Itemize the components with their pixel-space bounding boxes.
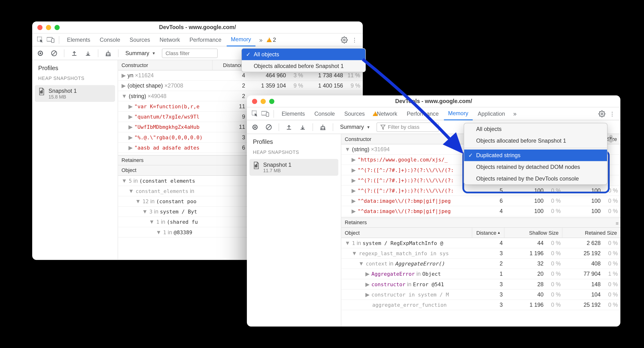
close-window-icon[interactable] [38,25,43,30]
col-constructor[interactable]: Constructor [118,60,212,70]
warning-triangle-icon [266,38,272,42]
dropdown-item-all-objects[interactable]: All objects [464,123,607,135]
table-row[interactable]: ▶constructor in system / M3400 %1040 % [341,289,620,300]
svg-rect-8 [40,91,41,93]
tab-elements[interactable]: Elements [278,107,309,120]
titlebar: DevTools - www.google.com/ [247,95,620,107]
upload-icon[interactable] [284,122,294,132]
heap-snapshots-label: HEAP SNAPSHOTS [32,75,118,85]
clear-icon[interactable] [264,122,274,132]
chevron-down-icon: ▼ [366,125,370,129]
view-select-label: Summary [125,50,149,56]
zoom-window-icon[interactable] [54,25,60,30]
window-title: DevTools - www.google.com/ [32,24,363,31]
dropdown-item-before-snapshot[interactable]: Objects allocated before Snapshot 1 [242,60,366,72]
snapshot-item[interactable]: Snapshot 1 15.8 MB [35,85,115,102]
snapshot-file-icon [38,88,45,97]
dropdown-item-detached-dom[interactable]: Objects retained by detached DOM nodes [464,161,607,173]
tab-network[interactable]: Network [370,107,402,120]
dropdown-item-console-retained[interactable]: Objects retained by the DevTools console [464,173,607,184]
download-icon[interactable] [83,49,93,58]
kebab-menu-icon[interactable]: ⋮ [350,35,360,45]
view-select[interactable]: Summary ▼ [338,123,372,131]
tab-memory[interactable]: Memory [227,33,256,46]
kebab-menu-icon[interactable]: ⋮ [608,109,617,119]
titlebar: DevTools - www.google.com/ [32,22,363,33]
panel-tabs: Elements Console Sources Network Perform… [32,34,363,47]
view-select[interactable]: Summary ▼ [124,49,157,57]
svg-point-3 [344,39,345,41]
devtools-window-right: DevTools - www.google.com/ Elements Cons… [247,95,620,326]
table-row[interactable]: ▶"^data:image\\/(?:bmp|gif|jpeg61000 %10… [341,196,620,206]
svg-rect-19 [256,164,257,167]
settings-gear-icon[interactable] [597,109,607,119]
snapshot-item[interactable]: Snapshot 1 11.7 MB [250,159,338,176]
warnings-badge[interactable]: 2 [266,37,276,43]
profiles-heading: Profiles [247,138,341,149]
table-row[interactable]: ▶AggregateError in Object1200 %77 9041 % [341,269,620,279]
clear-icon[interactable] [49,49,59,58]
dropdown-item-all-objects[interactable]: All objects [242,49,366,60]
more-tabs-icon[interactable]: » [510,109,520,119]
panel-menu-icon[interactable]: ≡ [616,220,619,226]
inspect-icon[interactable] [36,35,45,45]
tab-network[interactable]: Network [155,33,184,46]
minimize-window-icon[interactable] [260,99,266,104]
table-row[interactable]: aggregate_error_function31 1960 %25 1920… [341,300,620,310]
table-row[interactable]: ▶(object shape) ×2700821 359 1049 %1 400… [118,81,363,91]
tab-performance[interactable]: Performance [185,33,226,46]
class-filter-input[interactable]: Filter by class [376,122,438,132]
table-row[interactable]: ▶constructor in Error @5413280 %1480 % [341,279,620,289]
snapshot-size: 11.7 MB [263,168,291,173]
svg-point-15 [254,126,256,128]
close-window-icon[interactable] [252,99,257,104]
device-toggle-icon[interactable] [260,109,270,119]
window-title: DevTools - www.google.com/ [247,98,620,105]
dropdown-item-duplicated-strings[interactable]: Duplicated strings [464,150,607,161]
download-icon[interactable] [298,122,308,132]
settings-gear-icon[interactable] [340,35,349,45]
filter-dropdown[interactable]: All objects Objects allocated before Sna… [464,123,607,185]
table-row[interactable]: ▶"^(?:([^:/?#.]+):)?(?:\\/\\/(?:51000 %1… [341,186,620,196]
filter-placeholder-text: Filter by class [388,124,420,130]
tab-console[interactable]: Console [310,107,339,120]
zoom-window-icon[interactable] [269,99,274,104]
col-distance[interactable]: Distance▲ [472,228,504,238]
tab-application[interactable]: Application [473,107,509,120]
tab-console[interactable]: Console [95,33,124,46]
upload-icon[interactable] [70,49,79,58]
col-retained[interactable]: Retained Size [562,228,620,238]
filter-dropdown[interactable]: All objects Objects allocated before Sna… [241,48,366,72]
svg-rect-2 [52,38,54,42]
record-icon[interactable] [250,122,260,132]
table-row[interactable]: ▼context in AggregateError()2320 %4080 % [341,258,620,269]
inspect-icon[interactable] [250,109,260,119]
table-row[interactable]: ▼1 in system / RegExpMatchInfo @4440 %2 … [341,238,620,248]
tab-memory[interactable]: Memory [444,107,473,120]
warnings-count: 2 [273,37,276,43]
col-constructor[interactable]: Constructor [341,134,472,144]
profiles-sidebar: Profiles HEAP SNAPSHOTS Snapshot 1 11.7 … [247,134,341,326]
snapshot-name: Snapshot 1 [263,161,291,168]
table-row[interactable]: ▼regexp_last_match_info in sys31 1960 %2… [341,248,620,258]
table-row[interactable]: ▶"^data:image\\/(?:bmp|gif|jpeg41000 %10… [341,206,620,217]
device-toggle-icon[interactable] [46,35,56,45]
chevron-down-icon: ▼ [152,51,156,55]
view-select-label: Summary [340,124,364,130]
more-tabs-icon[interactable]: » [256,35,266,45]
tab-sources[interactable]: Sources [125,33,154,46]
gc-broom-icon[interactable] [318,122,328,132]
tab-sources[interactable]: Sources [340,107,369,120]
svg-point-13 [601,113,603,115]
class-filter-input[interactable] [162,49,217,58]
svg-line-7 [52,51,56,55]
minimize-window-icon[interactable] [46,25,51,30]
col-shallow[interactable]: Shallow Size [504,228,562,238]
record-icon[interactable] [36,49,45,58]
dropdown-item-before-snapshot[interactable]: Objects allocated before Snapshot 1 [464,135,607,147]
tab-performance[interactable]: Performance [402,107,443,120]
chevron-down-icon[interactable]: ▼ [609,136,612,141]
col-object[interactable]: Object [341,228,472,238]
gc-broom-icon[interactable] [104,49,113,58]
tab-elements[interactable]: Elements [63,33,94,46]
